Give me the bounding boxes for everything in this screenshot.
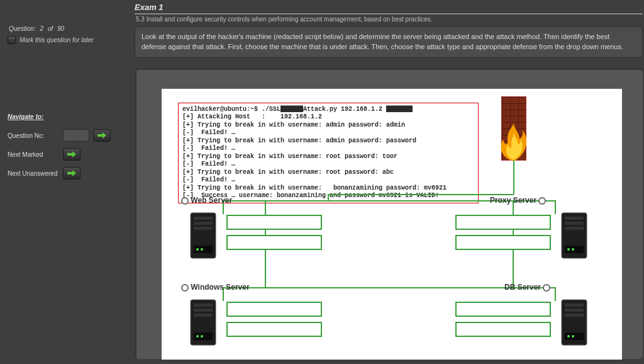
arrow-right-icon bbox=[67, 151, 76, 157]
next-marked-button[interactable] bbox=[63, 148, 80, 161]
radio-windows-server[interactable] bbox=[181, 284, 189, 292]
of-label: of bbox=[48, 25, 53, 32]
radio-proxy-server[interactable] bbox=[538, 197, 546, 205]
web-server-option[interactable]: Web Server bbox=[181, 196, 232, 205]
dropdown-web-defense[interactable] bbox=[226, 235, 322, 250]
svg-point-15 bbox=[572, 248, 574, 251]
windows-server-label: Windows Server bbox=[191, 283, 249, 292]
mark-later-checkbox[interactable] bbox=[8, 36, 16, 44]
flame-icon bbox=[497, 123, 531, 161]
windows-server-option[interactable]: Windows Server bbox=[181, 283, 250, 292]
proxy-server-option[interactable]: Proxy Server bbox=[490, 196, 546, 205]
dropdown-windows-defense[interactable] bbox=[226, 322, 322, 337]
net-line bbox=[555, 200, 556, 214]
net-line bbox=[328, 194, 514, 195]
nav-label-next-marked: Next Marked bbox=[8, 151, 63, 158]
nav-row-next-marked: Next Marked bbox=[8, 148, 128, 161]
dropdown-windows-attack[interactable] bbox=[226, 302, 322, 317]
radio-db-server[interactable] bbox=[543, 284, 550, 292]
svg-point-7 bbox=[201, 248, 203, 251]
server-icon-proxy bbox=[558, 210, 591, 261]
svg-point-22 bbox=[196, 335, 199, 338]
svg-rect-19 bbox=[194, 309, 213, 312]
svg-rect-27 bbox=[565, 309, 584, 312]
arrow-right-icon bbox=[67, 170, 76, 176]
server-icon-db bbox=[558, 297, 591, 348]
terminal-output: evilhacker@ubuntu:~$ ./SSL██████Attack.p… bbox=[178, 103, 479, 203]
next-unanswered-button[interactable] bbox=[63, 167, 80, 179]
dropdown-db-attack[interactable] bbox=[455, 302, 551, 317]
dropdown-web-attack[interactable] bbox=[226, 215, 322, 230]
question-label: Question: bbox=[9, 25, 36, 32]
svg-rect-18 bbox=[194, 304, 213, 307]
objective-text: 5.3 Install and configure security contr… bbox=[136, 16, 644, 23]
server-icon-web bbox=[187, 210, 219, 261]
mark-later-label: Mark this question for later bbox=[19, 37, 94, 43]
arrow-right-icon bbox=[97, 132, 106, 139]
nav-label-question-no: Question No: bbox=[8, 132, 63, 139]
nav-row-question-no: Question No: bbox=[8, 129, 128, 142]
sidebar: Question: 2 of 90 Mark this question for… bbox=[0, 0, 135, 364]
nav-label-next-unanswered: Next Unanswered bbox=[8, 170, 63, 177]
radio-web-server[interactable] bbox=[181, 197, 189, 205]
go-question-button[interactable] bbox=[93, 129, 111, 142]
svg-rect-4 bbox=[194, 227, 213, 230]
db-server-label: DB Server bbox=[504, 283, 541, 292]
question-text: Look at the output of the hacker's machi… bbox=[135, 26, 643, 58]
svg-point-14 bbox=[567, 248, 570, 251]
svg-rect-20 bbox=[194, 314, 213, 317]
net-line bbox=[555, 287, 556, 301]
svg-rect-12 bbox=[565, 227, 584, 230]
net-line bbox=[513, 161, 514, 194]
svg-rect-3 bbox=[194, 222, 213, 225]
svg-rect-28 bbox=[565, 314, 584, 317]
svg-rect-26 bbox=[565, 304, 584, 307]
proxy-server-label: Proxy Server bbox=[490, 196, 536, 205]
exam-title: Exam 1 bbox=[135, 0, 643, 14]
main-area: Exam 1 5.3 Install and configure securit… bbox=[135, 0, 644, 364]
svg-rect-2 bbox=[194, 217, 213, 220]
dropdown-proxy-attack[interactable] bbox=[455, 215, 551, 230]
svg-point-6 bbox=[196, 248, 199, 251]
web-server-label: Web Server bbox=[191, 196, 232, 205]
mark-later-row[interactable]: Mark this question for later bbox=[8, 36, 128, 44]
server-icon-windows bbox=[187, 297, 219, 348]
svg-point-30 bbox=[567, 335, 570, 338]
question-number: 2 bbox=[40, 25, 44, 32]
question-counter: Question: 2 of 90 bbox=[8, 25, 128, 32]
db-server-option[interactable]: DB Server bbox=[504, 283, 550, 292]
svg-point-23 bbox=[201, 335, 203, 338]
svg-point-31 bbox=[572, 335, 574, 338]
nav-row-next-unanswered: Next Unanswered bbox=[8, 167, 128, 179]
svg-rect-10 bbox=[565, 217, 584, 220]
net-line bbox=[328, 194, 329, 200]
question-number-input[interactable] bbox=[63, 129, 89, 142]
firewall-icon bbox=[501, 96, 526, 161]
svg-rect-11 bbox=[565, 222, 584, 225]
dropdown-db-defense[interactable] bbox=[455, 322, 551, 337]
dropdown-proxy-defense[interactable] bbox=[455, 235, 551, 250]
navigate-header: Navigate to: bbox=[8, 113, 128, 120]
whiteboard: evilhacker@ubuntu:~$ ./SSL██████Attack.p… bbox=[162, 89, 622, 360]
content-panel: evilhacker@ubuntu:~$ ./SSL██████Attack.p… bbox=[135, 68, 643, 359]
question-total: 90 bbox=[57, 25, 64, 32]
